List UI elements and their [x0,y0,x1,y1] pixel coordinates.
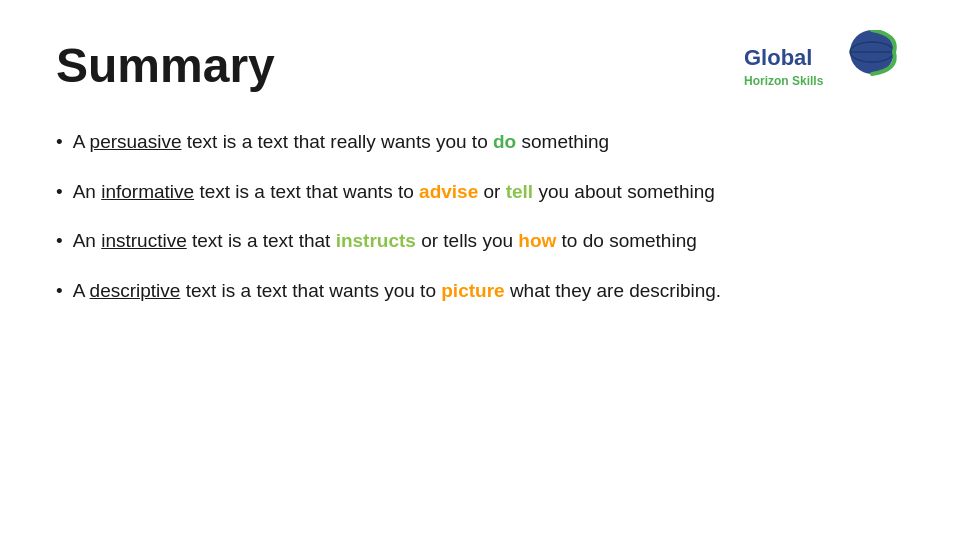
logo: Global Horizon Skills [744,30,904,100]
bullet-point: • [56,178,63,206]
svg-text:Horizon Skills: Horizon Skills [744,74,824,88]
keyword-informative: informative [101,181,194,202]
keyword-advise: advise [419,181,478,202]
list-item: • A persuasive text is a text that reall… [56,128,904,156]
keyword-persuasive: persuasive [90,131,182,152]
keyword-how: how [518,230,556,251]
svg-text:Global: Global [744,45,812,70]
list-item: • An informative text is a text that wan… [56,178,904,206]
bullet-text: An informative text is a text that wants… [73,178,904,206]
keyword-tell: tell [506,181,533,202]
list-item: • An instructive text is a text that ins… [56,227,904,255]
header: Summary Global Horizon Skills [56,40,904,100]
keyword-do: do [493,131,516,152]
page: Summary Global Horizon Skills • A [0,0,960,540]
bullet-text: An instructive text is a text that instr… [73,227,904,255]
bullet-point: • [56,277,63,305]
bullet-text: A descriptive text is a text that wants … [73,277,904,305]
keyword-descriptive: descriptive [90,280,181,301]
keyword-picture: picture [441,280,504,301]
logo-image: Global Horizon Skills [744,30,904,100]
page-title: Summary [56,40,275,93]
bullet-text: A persuasive text is a text that really … [73,128,904,156]
bullet-point: • [56,227,63,255]
keyword-instructive: instructive [101,230,187,251]
content-area: • A persuasive text is a text that reall… [56,128,904,304]
bullet-point: • [56,128,63,156]
keyword-instructs: instructs [336,230,416,251]
list-item: • A descriptive text is a text that want… [56,277,904,305]
